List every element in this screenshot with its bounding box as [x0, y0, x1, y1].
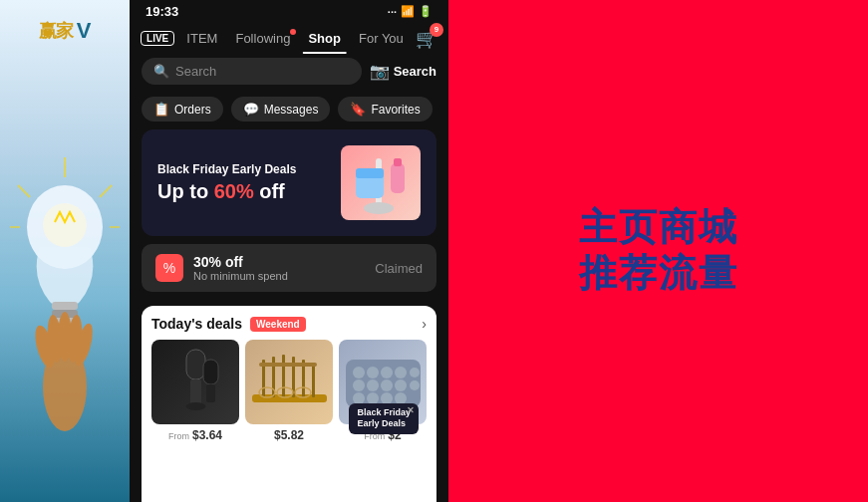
lightbulb-illustration [10, 118, 120, 436]
svg-rect-34 [259, 363, 317, 367]
status-icons: ··· 📶 🔋 [388, 5, 433, 18]
bf-popup[interactable]: ✕ Black Friday Early Deals [349, 403, 419, 434]
nav-tabs: LIVE ITEM Following Shop For You 🛒 9 [130, 23, 448, 50]
coupon-row[interactable]: % 30% off No minimum spend Claimed [142, 244, 436, 292]
svg-rect-22 [186, 350, 205, 379]
logo-v: V [77, 18, 92, 44]
product-price-1: From $3.64 [151, 428, 239, 442]
messages-button[interactable]: 💬 Messages [231, 97, 331, 122]
banner-text: Black Friday Early Deals Up to 60% off [157, 162, 341, 203]
bf-popup-line2: Early Deals [357, 418, 411, 430]
quick-actions: 📋 Orders 💬 Messages 🔖 Favorites [130, 93, 448, 129]
search-row: 🔍 Search 📷 Search [130, 50, 448, 93]
coupon-info: 30% off No minimum spend [193, 254, 288, 282]
camera-icon: 📷 [370, 62, 390, 81]
svg-point-43 [410, 368, 420, 377]
svg-rect-23 [190, 379, 201, 404]
search-bar[interactable]: 🔍 Search [142, 58, 362, 85]
nav-following-tab[interactable]: Following [229, 27, 296, 50]
product-image-2 [245, 340, 333, 424]
svg-rect-20 [391, 163, 405, 193]
svg-rect-30 [282, 355, 285, 397]
status-bar: 19:33 ··· 📶 🔋 [130, 0, 448, 23]
svg-point-24 [185, 402, 205, 410]
deals-arrow[interactable]: › [422, 316, 427, 332]
sidebar-image [0, 52, 130, 502]
deals-header: Today's deals Weekend › [151, 316, 427, 332]
svg-rect-21 [394, 158, 402, 166]
logo-text: 赢家 [39, 19, 73, 43]
orders-button[interactable]: 📋 Orders [142, 97, 223, 122]
deal-product-1[interactable]: From $3.64 [151, 340, 239, 442]
orders-label: Orders [174, 103, 211, 117]
favorites-icon: 🔖 [350, 102, 366, 117]
cart-icon[interactable]: 🛒 9 [416, 28, 437, 50]
messages-icon: 💬 [243, 102, 259, 117]
svg-point-48 [410, 380, 420, 390]
favorites-button[interactable]: 🔖 Favorites [338, 97, 432, 122]
nav-item-tab[interactable]: ITEM [180, 27, 223, 50]
status-time: 19:33 [145, 4, 178, 19]
svg-rect-2 [52, 302, 78, 310]
svg-point-47 [395, 379, 407, 391]
camera-search[interactable]: 📷 Search [370, 62, 436, 81]
search-placeholder: Search [175, 64, 216, 79]
weekend-badge: Weekend [250, 317, 306, 332]
banner-image [341, 145, 421, 220]
svg-rect-25 [203, 360, 218, 384]
coupon-left: % 30% off No minimum spend [155, 254, 288, 282]
coupon-subtitle: No minimum spend [193, 270, 288, 282]
favorites-label: Favorites [371, 103, 420, 117]
search-icon: 🔍 [153, 64, 169, 79]
cart-badge: 9 [430, 23, 443, 37]
deals-title: Today's deals [151, 316, 242, 332]
banner-title: Up to 60% off [157, 180, 341, 203]
bf-popup-close[interactable]: ✕ [407, 405, 415, 417]
coupon-title: 30% off [193, 254, 288, 270]
svg-rect-33 [312, 363, 315, 397]
nav-live-tab[interactable]: LIVE [141, 31, 174, 46]
left-sidebar: 赢家 V [0, 0, 130, 502]
nav-foryou-tab[interactable]: For You [353, 27, 410, 50]
product-image-1 [151, 340, 239, 424]
search-label: Search [394, 64, 436, 79]
promo-banner[interactable]: Black Friday Early Deals Up to 60% off [142, 129, 436, 236]
svg-point-41 [381, 367, 393, 378]
svg-point-44 [353, 379, 365, 391]
svg-rect-26 [206, 384, 215, 402]
right-line1: 主页商城 [579, 205, 738, 251]
svg-point-1 [43, 203, 87, 247]
deals-section: Today's deals Weekend › [142, 306, 436, 502]
right-sidebar-text: 主页商城 推荐流量 [579, 205, 738, 296]
bf-popup-line1: Black Friday [357, 407, 411, 419]
nav-shop-tab[interactable]: Shop [302, 27, 347, 50]
product-price-2: $5.82 [245, 428, 333, 442]
svg-point-39 [353, 367, 365, 378]
deals-products-wrap: From $3.64 [151, 340, 427, 442]
svg-point-40 [367, 367, 379, 378]
svg-point-17 [364, 202, 394, 214]
svg-point-45 [367, 379, 379, 391]
orders-icon: 📋 [153, 102, 169, 117]
coupon-status: Claimed [375, 261, 423, 276]
messages-label: Messages [264, 103, 319, 117]
svg-line-12 [18, 185, 30, 197]
svg-point-46 [381, 379, 393, 391]
right-line2: 推荐流量 [579, 251, 738, 297]
svg-rect-19 [356, 168, 384, 178]
right-sidebar: 主页商城 推荐流量 [448, 0, 868, 502]
logo-area: 赢家 V [31, 10, 100, 52]
coupon-badge: % [155, 254, 183, 282]
banner-subtitle: Black Friday Early Deals [157, 162, 341, 176]
svg-line-13 [100, 185, 112, 197]
deal-product-2[interactable]: $5.82 [245, 340, 333, 442]
phone-area: 19:33 ··· 📶 🔋 LIVE ITEM Following Shop F… [130, 0, 448, 502]
deals-title-row: Today's deals Weekend [151, 316, 306, 332]
banner-highlight: 60% [214, 180, 254, 202]
svg-point-42 [395, 367, 407, 378]
following-dot [290, 29, 296, 35]
